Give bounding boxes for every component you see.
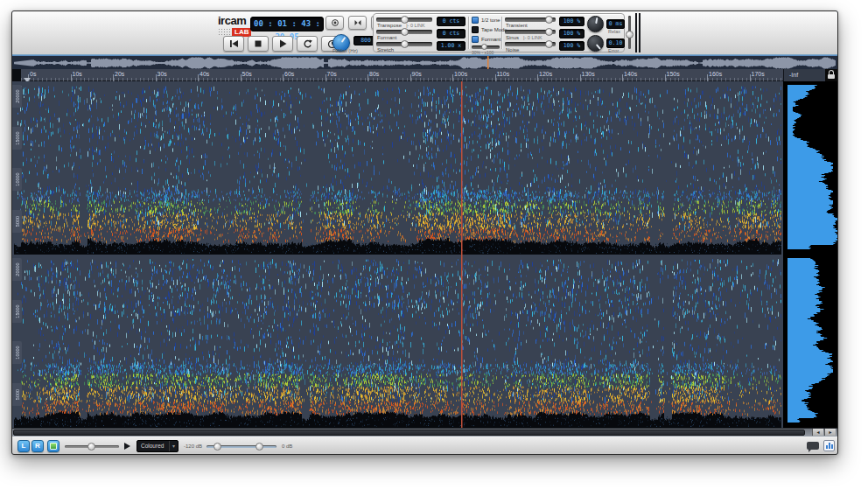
freq-axis-label: 20000 <box>15 258 20 281</box>
stretch-value[interactable]: 1.00 x <box>437 41 466 51</box>
right-channel-button[interactable]: R <box>32 440 44 452</box>
checkbox-1-2-tone[interactable]: 1/2 tone <box>472 17 500 24</box>
spectrogram-view[interactable]: 20000150001000050002000015000100005000 <box>12 81 837 428</box>
error-knob[interactable] <box>587 35 604 52</box>
formant-value[interactable]: 0 cts <box>437 29 466 38</box>
ruler-label: 140s <box>624 71 637 77</box>
ruler-label: 0s <box>30 71 36 77</box>
ruler-label: 100s <box>454 71 467 77</box>
loop-button[interactable] <box>297 36 318 52</box>
chevron-down-icon: ▾ <box>169 441 178 451</box>
transpose-slider[interactable] <box>376 17 432 22</box>
zoom-slider[interactable] <box>65 445 119 448</box>
noise-label: Noise <box>506 47 519 52</box>
scrollbar-thumb[interactable] <box>13 430 805 436</box>
checkbox-icon[interactable] <box>472 17 479 24</box>
loop-icon <box>303 39 312 49</box>
stretch-slider[interactable] <box>376 42 432 46</box>
ruler-label: 20s <box>115 71 124 77</box>
freq-axis-label: 15000 <box>15 300 20 323</box>
toolbar-vertical-slider-handle[interactable] <box>626 31 634 38</box>
image-icon <box>50 443 57 450</box>
comment-bubble-icon[interactable] <box>807 442 819 450</box>
ruler-label: 10s <box>73 71 82 77</box>
overview-waveform-canvas[interactable] <box>12 56 837 69</box>
sinus-slider-handle[interactable] <box>545 28 553 36</box>
freq-axis-label: 5000 <box>15 383 20 406</box>
noise-slider-handle[interactable] <box>545 40 553 48</box>
stretch-label: Stretch <box>377 47 394 52</box>
horizontal-scrollbar[interactable]: ◂ ▸ <box>12 428 837 436</box>
ruler-label: 160s <box>709 71 722 77</box>
transient-value[interactable]: 100 % <box>559 17 584 26</box>
zoom-slider-handle[interactable] <box>88 443 95 451</box>
noise-slider[interactable] <box>505 42 556 46</box>
transient-slider-handle[interactable] <box>545 16 553 24</box>
db-range-low-handle[interactable] <box>214 443 221 451</box>
lock-button[interactable] <box>825 69 837 81</box>
transpose-label: Transpose <box>377 23 402 28</box>
spectrogram-canvas[interactable] <box>12 81 837 428</box>
db-range-slider[interactable] <box>206 445 276 448</box>
freq-axis-label: 10000 <box>15 341 20 364</box>
skip-to-start-button[interactable] <box>223 36 244 52</box>
freq-axis-tab: 5000 <box>12 383 22 406</box>
record-icon <box>331 18 340 27</box>
spectrogram-image-button[interactable] <box>47 440 60 452</box>
checkbox-label: Tape Mode <box>481 27 508 32</box>
transpose-link-label: |- 0 LINK <box>406 23 425 28</box>
toolbar: ircam LAB 00 : 01 : 43 : 20.05 <box>12 11 837 55</box>
freq-axis-label: 15000 <box>15 127 20 150</box>
relax-knob[interactable] <box>587 16 604 32</box>
zoom-arrow-icon[interactable] <box>124 443 130 450</box>
left-channel-button[interactable]: L <box>18 440 30 452</box>
chart-view-button[interactable] <box>823 440 835 451</box>
freq-axis-tab: 20000 <box>12 258 22 281</box>
ruler-label: 120s <box>539 71 552 77</box>
stretch-slider-handle[interactable] <box>401 40 409 48</box>
time-ruler[interactable]: 0s10s20s30s40s50s60s70s80s90s100s110s120… <box>12 69 837 81</box>
ruler-label: 30s <box>158 71 167 77</box>
transpose-value[interactable]: 0 cts <box>437 17 466 26</box>
ruler-label: 130s <box>582 71 595 77</box>
freq-axis-tab: 20000 <box>12 85 22 108</box>
error-value[interactable]: 0.10 <box>606 38 625 48</box>
ruler-label: 40s <box>200 71 209 77</box>
db-max-label: 0 dB <box>282 444 292 449</box>
controls-panel: 0 ms Relax 0.10 Error Transpose|- 0 LINK… <box>373 13 625 52</box>
stop-button[interactable] <box>248 36 269 52</box>
ruler-label: 110s <box>497 71 510 77</box>
time-ruler-scale[interactable]: 0s10s20s30s40s50s60s70s80s90s100s110s120… <box>12 69 783 81</box>
relax-value[interactable]: 0 ms <box>606 19 625 29</box>
monitor-icon <box>354 18 362 27</box>
mini-slider-handle[interactable] <box>481 44 487 50</box>
formant-slider-handle[interactable] <box>401 28 409 36</box>
ruler-label: 70s <box>327 71 337 77</box>
checkbox-icon[interactable] <box>472 36 479 43</box>
checkbox-formant[interactable]: Formant <box>472 36 500 43</box>
sinus-slider[interactable] <box>505 30 556 34</box>
play-button[interactable] <box>272 36 293 52</box>
sinus-value[interactable]: 100 % <box>559 29 584 38</box>
skip-to-start-icon <box>229 39 239 48</box>
db-range-high-handle[interactable] <box>256 443 263 451</box>
checkbox-icon[interactable] <box>472 26 479 33</box>
db-min-label: -120 dB <box>184 444 202 449</box>
error-label: Error <box>608 48 619 53</box>
play-icon <box>278 39 287 48</box>
record-button[interactable] <box>326 16 344 30</box>
freq-axis-tab: 15000 <box>12 127 22 150</box>
formant-slider[interactable] <box>376 30 432 34</box>
formant-range-mini-slider[interactable] <box>472 45 500 49</box>
transient-slider[interactable] <box>505 17 556 22</box>
f0max-knob-indicator <box>341 37 346 43</box>
color-mode-dropdown[interactable]: Coloured ▾ <box>136 440 178 452</box>
monitor-button[interactable] <box>348 16 367 30</box>
freq-axis-label: 10000 <box>15 168 20 191</box>
overview-waveform-strip[interactable] <box>12 55 837 69</box>
toolbar-vertical-slider[interactable] <box>628 16 631 49</box>
noise-value[interactable]: 100 % <box>559 41 584 51</box>
ruler-label: 80s <box>369 71 379 77</box>
checkbox-tape-mode[interactable]: Tape Mode <box>472 26 508 33</box>
app-window: ircam LAB 00 : 01 : 43 : 20.05 <box>11 10 838 455</box>
